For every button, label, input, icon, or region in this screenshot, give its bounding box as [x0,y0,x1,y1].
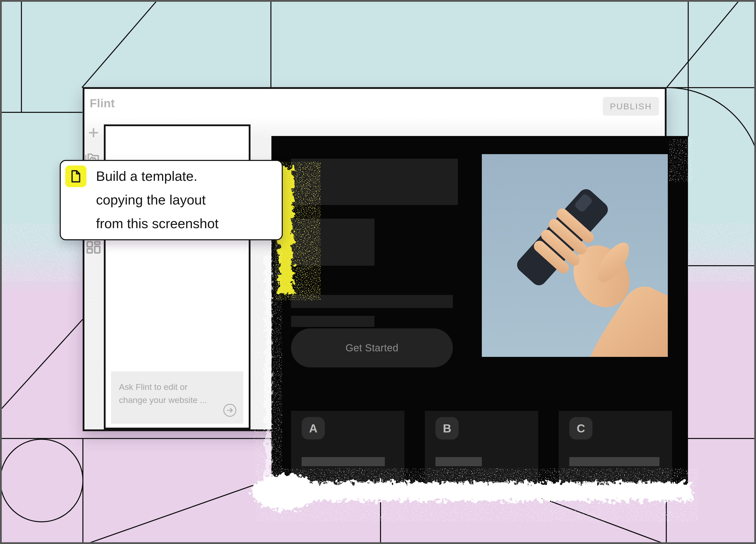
feature-card[interactable]: C Lorem ipsum dolor [559,411,672,488]
tooltip-callout: Build a template. copying the layout fro… [60,160,283,240]
card-title-bar [302,457,385,466]
assistant-placeholder: Ask Flint to edit orchange your website … [119,380,235,406]
card-title-bar [435,457,482,466]
poster-canvas: Flint PUBLISH Ask Flint to edit orchange… [0,0,756,544]
placeholder-text-line [291,316,374,327]
tooltip-line: from this screenshot [96,212,218,235]
placeholder-text-line [291,295,453,308]
add-page-icon[interactable] [88,127,99,138]
card-caption: Lorem ipsum dolor [302,477,393,490]
app-title: Flint [90,97,115,110]
placeholder-headline [291,159,458,205]
document-icon [65,166,86,187]
card-caption: Lorem ipsum dolor [435,477,527,490]
get-started-button[interactable]: Get Started [291,328,453,367]
card-caption: Lorem ipsum dolor [569,477,661,490]
feature-card[interactable]: B Lorem ipsum dolor [425,411,538,488]
card-badge: A [302,417,325,439]
placeholder-subheadline [291,219,374,266]
card-badge: C [569,417,592,439]
publish-button[interactable]: PUBLISH [603,97,659,116]
tooltip-line: copying the layout [96,188,218,212]
website-preview: Get Started [271,136,688,488]
hero-photo [482,154,668,357]
layout-blocks-icon[interactable] [86,241,101,254]
card-title-bar [569,457,659,466]
submit-arrow-icon[interactable] [223,403,237,417]
feature-card[interactable]: A Lorem ipsum dolor [291,411,404,488]
hand-holding-phone-image [482,154,668,357]
assistant-input[interactable]: Ask Flint to edit orchange your website … [111,371,243,424]
card-badge: B [435,417,459,439]
tooltip-text: Build a template. copying the layout fro… [96,164,218,235]
tooltip-line: Build a template. [96,164,218,188]
